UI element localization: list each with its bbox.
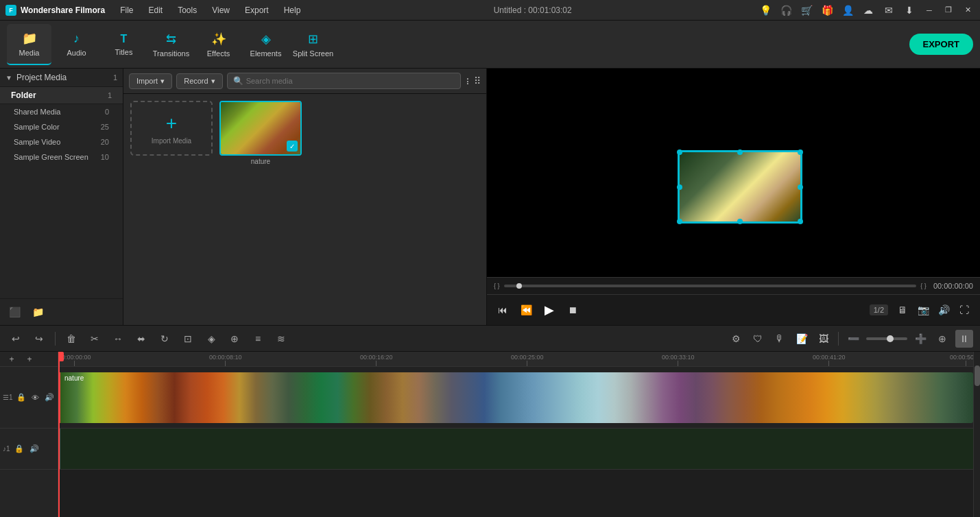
headset-icon[interactable]: 🎧 (778, 3, 793, 18)
download-icon[interactable]: ⬇ (902, 3, 917, 18)
fit-timeline-button[interactable]: ⊕ (933, 330, 951, 348)
record-chevron-icon: ▾ (211, 77, 215, 86)
toolbar-elements[interactable]: ◈ Elements (243, 24, 288, 65)
time-start-label: { } (494, 282, 500, 289)
transform-button[interactable]: ⬌ (132, 330, 150, 348)
waveform-button[interactable]: ≋ (272, 330, 290, 348)
sample-color-count: 25 (101, 123, 109, 131)
zoom-slider[interactable] (866, 337, 907, 340)
effects-icon: ✨ (211, 32, 226, 47)
scale-button[interactable]: ⊡ (179, 330, 197, 348)
new-folder-button[interactable]: ⬛ (5, 303, 23, 321)
fullscreen-icon[interactable]: ⛶ (955, 301, 973, 319)
audio-track-number: ♪1 (3, 445, 10, 453)
sample-video-label: Sample Video (14, 138, 101, 146)
pause-render-button[interactable]: ⏸ (955, 330, 973, 348)
frame-back-button[interactable]: ⏪ (517, 301, 535, 319)
ruler-mark-5: 00:00:41:20 (813, 354, 846, 366)
transitions-icon: ⇆ (166, 32, 176, 47)
track-visibility-button[interactable]: 👁 (29, 392, 40, 404)
audio-track-area (58, 429, 973, 470)
subtitle-icon[interactable]: 📝 (793, 330, 811, 348)
timeline-content-area: 00:00:00:00 00:00:08:10 00:00:16:20 00:0… (58, 352, 973, 517)
filter-icon[interactable]: ⫶ (465, 75, 470, 86)
project-media-header[interactable]: ▼ Project Media 1 (0, 69, 123, 87)
grid-view-icon[interactable]: ⠿ (474, 75, 481, 86)
ruler-mark-4: 00:00:33:10 (662, 354, 695, 366)
play-button[interactable]: ▶ (540, 301, 558, 319)
media-thumb-nature[interactable]: ✓ (219, 101, 302, 156)
chevron-down-icon: ▼ (5, 74, 12, 82)
toolbar-media[interactable]: 📁 Media (7, 24, 51, 65)
cut-button[interactable]: ✂ (86, 330, 104, 348)
menu-help[interactable]: Help (277, 3, 308, 18)
cart-icon[interactable]: 🛒 (799, 3, 814, 18)
sample-color-item[interactable]: Sample Color 25 (0, 119, 123, 134)
toolbar-effects[interactable]: ✨ Effects (196, 24, 241, 65)
redo-button[interactable]: ↪ (30, 330, 48, 348)
folder-item[interactable]: Folder 1 (0, 87, 123, 104)
track-lock-button[interactable]: 🔒 (16, 392, 27, 404)
crop-button[interactable]: ↔ (109, 330, 127, 348)
undo-button[interactable]: ↩ (7, 330, 25, 348)
menu-file[interactable]: File (113, 3, 140, 18)
skip-back-button[interactable]: ⏮ (494, 301, 512, 319)
keyframe-button[interactable]: ◈ (202, 330, 220, 348)
mail-icon[interactable]: ✉ (881, 3, 896, 18)
sample-green-screen-item[interactable]: Sample Green Screen 10 (0, 149, 123, 165)
toolbar-titles[interactable]: T Titles (101, 24, 146, 65)
cloud-icon[interactable]: ☁ (861, 3, 876, 18)
toolbar-transitions[interactable]: ⇆ Transitions (149, 24, 193, 65)
screen-fit-icon[interactable]: 🖥 (894, 301, 911, 319)
export-button[interactable]: EXPORT (909, 34, 973, 55)
notification-icon[interactable]: 💡 (758, 3, 773, 18)
color-grade-icon[interactable]: ⚙ (727, 330, 745, 348)
app-logo-icon: F (5, 5, 16, 16)
preview-controls: ⏮ ⏪ ▶ ⏹ 1/2 🖥 📷 🔊 ⛶ (487, 294, 980, 325)
video-clip-nature[interactable]: nature (58, 372, 973, 423)
toolbar-audio[interactable]: ♪ Audio (54, 24, 99, 65)
user-icon[interactable]: 👤 (840, 3, 855, 18)
menu-edit[interactable]: Edit (141, 3, 169, 18)
track-audio-button[interactable]: 🔊 (44, 392, 55, 404)
toolbar-splitscreen[interactable]: ⊞ Split Screen (291, 24, 335, 65)
open-folder-button[interactable]: 📁 (29, 303, 47, 321)
audio-record-icon[interactable]: 🎙 (771, 330, 789, 348)
maximize-button[interactable]: ❐ (942, 3, 955, 17)
stop-button[interactable]: ⏹ (564, 301, 582, 319)
volume-icon[interactable]: 🔊 (935, 301, 953, 319)
screenshot-icon[interactable]: 📷 (914, 301, 932, 319)
search-input[interactable] (246, 77, 455, 85)
rotate-button[interactable]: ↻ (156, 330, 174, 348)
menu-view[interactable]: View (205, 3, 237, 18)
minimize-button[interactable]: ─ (922, 3, 936, 17)
add-track-button[interactable]: + (3, 352, 21, 368)
import-media-button[interactable]: + Import Media (130, 101, 213, 156)
media-label: Media (19, 49, 40, 57)
preview-ratio[interactable]: 1/2 (870, 304, 888, 315)
audio-button[interactable]: ≡ (249, 330, 267, 348)
audio-lock-button[interactable]: 🔒 (13, 443, 25, 455)
menu-export[interactable]: Export (238, 3, 276, 18)
timeline-scrollbar[interactable] (973, 352, 980, 517)
audio-visibility-button[interactable]: 🔊 (28, 443, 40, 455)
zoom-out-button[interactable]: ➖ (844, 330, 862, 348)
gift-icon[interactable]: 🎁 (820, 3, 835, 18)
zoom-in-button[interactable]: ➕ (911, 330, 929, 348)
delete-button[interactable]: 🗑 (62, 330, 80, 348)
import-dropdown[interactable]: Import ▾ (129, 73, 172, 89)
folder-count: 1 (108, 91, 112, 99)
sample-green-screen-count: 10 (101, 153, 109, 161)
close-button[interactable]: ✕ (961, 3, 975, 17)
shared-media-item[interactable]: Shared Media 0 (0, 104, 123, 119)
sample-video-item[interactable]: Sample Video 20 (0, 134, 123, 149)
media-item-name: nature (251, 158, 270, 165)
playback-slider[interactable] (504, 285, 917, 287)
menu-tools[interactable]: Tools (171, 3, 204, 18)
overlay-icon[interactable]: 🖼 (815, 330, 833, 348)
stabilize-icon[interactable]: 🛡 (749, 330, 767, 348)
speed-button[interactable]: ⊕ (226, 330, 243, 348)
shared-media-label: Shared Media (14, 108, 105, 116)
record-dropdown[interactable]: Record ▾ (176, 73, 222, 89)
add-audio-track-button[interactable]: + (21, 352, 38, 368)
